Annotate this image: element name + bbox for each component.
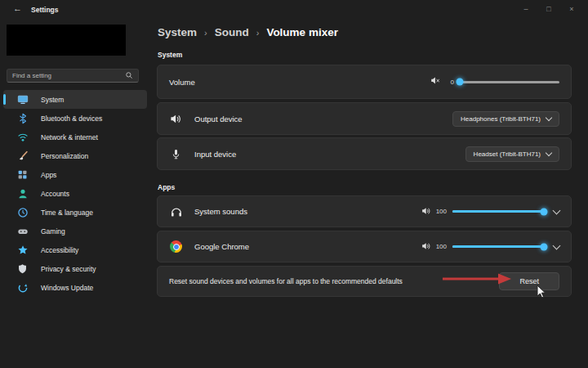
speaker-volume-icon[interactable] [421,204,431,219]
sidebar-item-label: Gaming [41,227,65,236]
slider-thumb[interactable] [457,79,464,86]
breadcrumb-separator: › [204,28,207,38]
breadcrumb-separator: › [256,28,260,38]
sidebar-item-label: Time & language [41,209,93,217]
reset-row: Reset sound devices and volumes for all … [157,266,572,297]
search-icon [125,71,133,81]
sidebar-item-personalization[interactable]: Personalization [3,146,147,165]
headphones-icon [169,205,183,218]
sidebar-item-label: Personalization [41,152,88,160]
bluetooth-icon [16,112,29,124]
titlebar: ← Settings – □ × [0,0,588,20]
sidebar-item-system[interactable]: System [3,90,147,109]
google-chrome-slider[interactable] [452,245,544,248]
section-header-system: System [158,51,182,59]
input-device-value: Headset (Tribit-BTH71) [474,150,541,158]
volume-row: Volume 0 [157,65,572,99]
apps-grid-icon [16,168,29,181]
input-device-label: Input device [194,150,236,159]
close-button[interactable]: × [560,2,583,16]
microphone-icon [169,149,183,159]
speaker-volume-icon[interactable] [421,240,431,254]
google-chrome-label: Google Chrome [194,242,249,251]
google-chrome-row: Google Chrome 100 [157,231,572,263]
breadcrumb-system[interactable]: System [158,26,197,38]
mute-speaker-icon[interactable] [430,74,441,89]
sidebar-item-network[interactable]: Network & internet [3,128,147,146]
monitor-icon [16,93,29,105]
settings-window: ← Settings – □ × Find a setting System [0,0,588,368]
minimize-button[interactable]: – [514,2,537,16]
sidebar-item-label: Accessibility [41,246,78,254]
network-icon [16,131,29,143]
breadcrumb-sound[interactable]: Sound [215,26,249,38]
google-chrome-value: 100 [436,243,447,250]
volume-value: 0 [446,79,454,86]
volume-label: Volume [169,78,195,87]
slider-thumb[interactable] [541,208,548,215]
shield-icon [16,263,29,275]
reset-button[interactable]: Reset [499,272,559,290]
sidebar-item-privacy[interactable]: Privacy & security [3,259,147,278]
section-header-apps: Apps [158,183,175,191]
sidebar-item-time-language[interactable]: Time & language [3,203,147,222]
chrome-icon [169,240,183,253]
page-title: Volume mixer [266,26,338,38]
system-sounds-slider[interactable] [452,210,544,213]
expand-chevron-icon[interactable] [554,245,559,249]
sidebar-item-label: Apps [41,171,56,179]
reset-description: Reset sound devices and volumes for all … [169,277,403,285]
gamepad-icon [16,225,29,237]
sidebar-item-label: Privacy & security [41,265,96,273]
system-sounds-label: System sounds [194,207,247,216]
clock-icon [16,206,29,218]
sidebar-item-bluetooth[interactable]: Bluetooth & devices [3,109,147,128]
sidebar-item-label: Accounts [41,190,69,198]
system-sounds-value: 100 [436,208,447,215]
volume-slider[interactable] [460,81,559,83]
sidebar-item-accessibility[interactable]: Accessibility [3,240,147,259]
back-button[interactable]: ← [13,3,22,13]
accessibility-icon [16,244,29,256]
expand-chevron-icon[interactable] [554,210,559,213]
sidebar-nav: System Bluetooth & devices Network & int… [0,90,150,297]
sidebar-item-label: System [41,96,64,104]
sidebar-item-label: Network & internet [41,133,98,141]
sidebar-item-label: Bluetooth & devices [41,114,102,123]
search-input[interactable]: Find a setting [7,69,139,83]
paintbrush-icon [16,150,29,162]
speaker-icon [169,113,183,125]
window-controls: – □ × [514,2,583,16]
breadcrumb: System › Sound › Volume mixer [158,26,338,38]
input-device-row: Input device Headset (Tribit-BTH71) [157,137,572,170]
output-device-value: Headphones (Tribit-BTH71) [461,115,541,123]
sidebar-item-label: Windows Update [41,284,93,292]
account-redacted-block [7,25,126,56]
maximize-button[interactable]: □ [537,2,560,16]
system-sounds-row: System sounds 100 [157,195,572,227]
sidebar: Find a setting System Bluetooth & device… [0,20,150,368]
sidebar-item-gaming[interactable]: Gaming [3,222,147,240]
output-device-dropdown[interactable]: Headphones (Tribit-BTH71) [452,111,559,127]
app-title: Settings [31,6,59,14]
sidebar-item-accounts[interactable]: Accounts [3,184,147,203]
person-icon [16,187,29,200]
sidebar-item-windows-update[interactable]: Windows Update [3,278,147,297]
chevron-down-icon [546,114,552,120]
slider-thumb[interactable] [541,243,548,250]
input-device-dropdown[interactable]: Headset (Tribit-BTH71) [466,146,559,162]
output-device-row: Output device Headphones (Tribit-BTH71) [157,102,572,135]
update-icon [16,281,29,294]
sidebar-item-apps[interactable]: Apps [3,165,147,184]
chevron-down-icon [546,149,552,155]
search-placeholder: Find a setting [12,72,125,79]
output-device-label: Output device [194,114,243,123]
